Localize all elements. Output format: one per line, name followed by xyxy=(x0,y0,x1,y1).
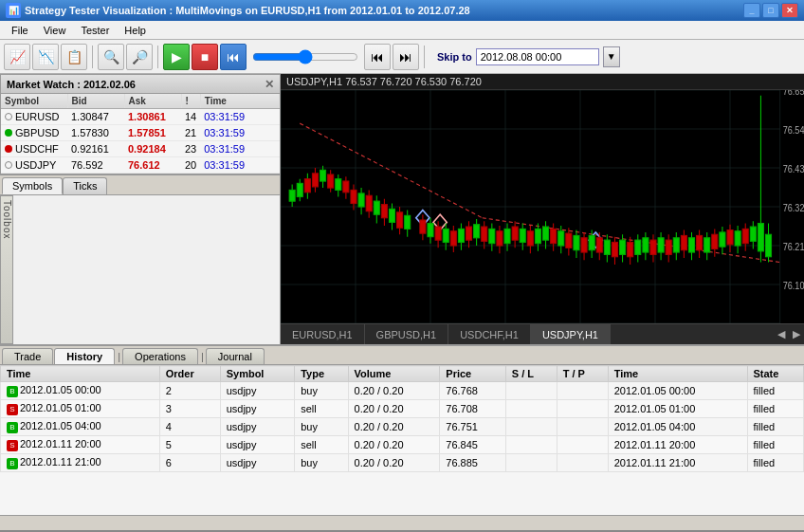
step-forward-button[interactable]: ⏭ xyxy=(393,44,419,70)
tab-symbols[interactable]: Symbols xyxy=(2,177,63,194)
cell-time-open: B2012.01.11 21:00 xyxy=(1,454,160,472)
svg-rect-100 xyxy=(574,235,579,249)
chart-tab-usdjpy[interactable]: USDJPY,H1 xyxy=(531,324,611,344)
market-watch-close-button[interactable]: ✕ xyxy=(265,78,274,91)
market-watch-bid: 1.30847 xyxy=(67,109,124,125)
svg-rect-150 xyxy=(750,227,756,241)
svg-rect-116 xyxy=(635,240,641,254)
market-watch-row[interactable]: EURUSD 1.30847 1.30861 14 03:31:59 xyxy=(1,109,280,125)
speed-slider-container xyxy=(248,49,362,64)
menu-file[interactable]: File xyxy=(4,23,36,38)
tab-history[interactable]: History xyxy=(54,348,115,364)
skip-to-label: Skip to xyxy=(437,51,472,63)
cell-symbol: usdjpy xyxy=(220,418,295,436)
tab-operations[interactable]: Operations xyxy=(122,348,198,364)
close-button[interactable]: ✕ xyxy=(781,3,798,18)
chart-tab-prev[interactable]: ◀ xyxy=(774,326,789,342)
chart-tab-next[interactable]: ▶ xyxy=(789,326,804,342)
chart-tab-gbpusd[interactable]: GBPUSD,H1 xyxy=(365,324,449,344)
menu-tester[interactable]: Tester xyxy=(73,23,117,38)
speed-slider[interactable] xyxy=(252,49,358,64)
cell-sl xyxy=(505,418,557,436)
stop-button[interactable]: ■ xyxy=(192,44,218,70)
market-watch-excl: 21 xyxy=(181,125,200,141)
svg-rect-85 xyxy=(520,229,525,242)
maximize-button[interactable]: □ xyxy=(762,3,779,18)
market-watch-ask: 1.30861 xyxy=(124,109,181,125)
cell-tp xyxy=(557,418,608,436)
col-time: Time xyxy=(200,94,279,109)
toolbar-separator-2 xyxy=(157,46,158,68)
skip-to-input[interactable] xyxy=(476,48,599,65)
left-tabs: Symbols Ticks xyxy=(0,174,280,194)
market-watch-bid: 1.57830 xyxy=(67,125,124,141)
table-row[interactable]: S2012.01.11 20:00 5 usdjpy sell 0.20 / 0… xyxy=(1,436,804,454)
svg-rect-96 xyxy=(558,231,564,246)
cell-price: 76.751 xyxy=(440,418,505,436)
rewind-button[interactable]: ⏮ xyxy=(220,44,247,70)
tab-ticks[interactable]: Ticks xyxy=(63,177,107,194)
market-watch-panel: Market Watch : 2012.02.06 ✕ Symbol Bid A… xyxy=(0,74,280,174)
market-watch-ask: 76.612 xyxy=(124,157,181,174)
play-button[interactable]: ▶ xyxy=(163,44,190,70)
step-back-button[interactable]: ⏮ xyxy=(364,44,391,70)
market-watch-row[interactable]: USDJPY 76.592 76.612 20 03:31:59 xyxy=(1,157,280,174)
cell-order: 3 xyxy=(159,400,220,418)
cell-sl xyxy=(505,400,557,418)
cell-price: 76.768 xyxy=(440,382,505,400)
table-row[interactable]: S2012.01.05 01:00 3 usdjpy sell 0.20 / 0… xyxy=(1,400,804,418)
minimize-button[interactable]: _ xyxy=(743,3,760,18)
svg-rect-61 xyxy=(428,224,433,237)
market-watch-bid: 0.92161 xyxy=(67,141,124,157)
svg-text:76.320: 76.320 xyxy=(783,202,804,213)
tab-separator: | xyxy=(116,349,122,364)
svg-rect-55 xyxy=(405,215,411,229)
market-watch-bid: 76.592 xyxy=(67,157,124,174)
menu-view[interactable]: View xyxy=(36,23,74,38)
svg-rect-31 xyxy=(312,174,318,187)
cell-symbol: usdjpy xyxy=(220,436,295,454)
cell-price: 76.845 xyxy=(440,436,505,454)
zoom-out-button[interactable]: 🔎 xyxy=(126,44,153,70)
market-watch-row[interactable]: USDCHF 0.92161 0.92184 23 03:31:59 xyxy=(1,141,280,157)
cell-state: filled xyxy=(747,418,804,436)
menu-help[interactable]: Help xyxy=(117,23,154,38)
svg-rect-49 xyxy=(381,205,387,218)
horizontal-scrollbar[interactable] xyxy=(0,515,804,530)
table-row[interactable]: B2012.01.11 21:00 6 usdjpy buy 0.20 / 0.… xyxy=(1,454,804,472)
indicators-button[interactable]: 📉 xyxy=(32,44,59,70)
svg-rect-51 xyxy=(389,209,394,222)
cell-type: buy xyxy=(295,382,348,400)
cell-sl xyxy=(505,436,557,454)
chart-canvas[interactable]: 76.650 76.540 76.430 76.320 76.210 76.10… xyxy=(281,90,804,323)
col-sl: S / L xyxy=(505,366,557,382)
chart-tab-eurusd[interactable]: EURUSD,H1 xyxy=(281,324,365,344)
col-tp: T / P xyxy=(557,366,608,382)
new-chart-button[interactable]: 📈 xyxy=(4,44,30,70)
svg-rect-126 xyxy=(673,238,679,252)
svg-rect-39 xyxy=(343,181,349,193)
svg-rect-33 xyxy=(320,170,326,181)
cell-type: buy xyxy=(295,418,348,436)
templates-button[interactable]: 📋 xyxy=(61,44,87,70)
cell-symbol: usdjpy xyxy=(220,454,295,472)
svg-rect-29 xyxy=(304,179,310,193)
tab-journal[interactable]: Journal xyxy=(206,348,265,364)
svg-rect-110 xyxy=(612,242,617,256)
table-row[interactable]: B2012.01.05 00:00 2 usdjpy buy 0.20 / 0.… xyxy=(1,382,804,400)
tab-trade[interactable]: Trade xyxy=(2,348,53,364)
chart-symbol-info: USDJPY,H1 76.537 76.720 76.530 76.720 xyxy=(286,76,482,87)
market-watch-time: 03:31:59 xyxy=(200,141,279,157)
cell-time-close: 2012.01.05 04:00 xyxy=(608,418,747,436)
cell-volume: 0.20 / 0.20 xyxy=(348,454,440,472)
chart-tab-usdchf[interactable]: USDCHF,H1 xyxy=(448,324,531,344)
toolbox-sidebar[interactable]: Toolbox xyxy=(0,195,13,344)
skip-to-dropdown[interactable]: ▼ xyxy=(603,46,620,67)
zoom-in-button[interactable]: 🔍 xyxy=(98,44,124,70)
bottom-table-container[interactable]: Time Order Symbol Type Volume Price S / … xyxy=(0,365,804,515)
cell-order: 2 xyxy=(159,382,220,400)
cell-state: filled xyxy=(747,436,804,454)
market-watch-row[interactable]: GBPUSD 1.57830 1.57851 21 03:31:59 xyxy=(1,125,280,141)
table-row[interactable]: B2012.01.05 04:00 4 usdjpy buy 0.20 / 0.… xyxy=(1,418,804,436)
svg-rect-75 xyxy=(482,227,487,241)
